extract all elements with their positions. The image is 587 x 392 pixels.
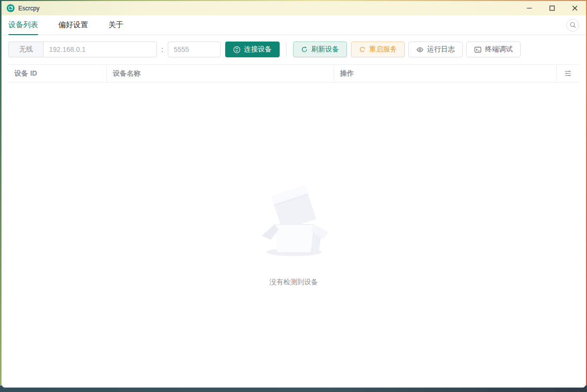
eye-icon <box>416 46 424 53</box>
close-icon <box>572 5 578 11</box>
refresh-devices-button[interactable]: 刷新设备 <box>293 42 347 57</box>
refresh-devices-label: 刷新设备 <box>311 45 339 54</box>
empty-box-illustration <box>254 184 334 263</box>
tab-device-list-label: 设备列表 <box>8 20 38 30</box>
escrcpy-window: Escrcpy 设备列表 偏好设置 关于 <box>1 1 586 388</box>
restart-icon <box>359 46 366 53</box>
wireless-label: 无线 <box>8 42 43 57</box>
run-log-button[interactable]: 运行日志 <box>408 42 463 57</box>
close-button[interactable] <box>563 1 586 15</box>
port-input[interactable] <box>168 42 221 57</box>
terminal-debug-label: 终端调试 <box>485 45 513 54</box>
titlebar: Escrcpy <box>1 1 586 15</box>
tab-preferences-label: 偏好设置 <box>58 20 88 30</box>
search-button[interactable] <box>566 19 579 32</box>
column-settings-cell <box>557 65 579 82</box>
column-header-device-id: 设备 ID <box>8 65 107 82</box>
maximize-button[interactable] <box>540 1 563 15</box>
sliders-icon <box>564 70 572 77</box>
tab-preferences[interactable]: 偏好设置 <box>58 15 88 35</box>
run-log-label: 运行日志 <box>427 45 455 54</box>
tab-device-list[interactable]: 设备列表 <box>8 15 38 35</box>
port-separator: : <box>161 45 163 53</box>
maximize-icon <box>549 5 555 11</box>
wireless-address-group: 无线 <box>8 42 157 57</box>
device-table-header: 设备 ID 设备名称 操作 <box>8 64 579 83</box>
connect-device-button[interactable]: 连接设备 <box>225 42 280 57</box>
tab-bar: 设备列表 偏好设置 关于 <box>1 15 586 35</box>
search-icon <box>570 22 576 28</box>
column-header-operations-label: 操作 <box>340 69 354 78</box>
tab-about-label: 关于 <box>108 20 123 30</box>
refresh-icon <box>301 46 308 53</box>
column-header-device-id-label: 设备 ID <box>14 69 37 78</box>
restart-service-button[interactable]: 重启服务 <box>351 42 405 57</box>
column-header-operations: 操作 <box>334 65 557 82</box>
empty-description: 没有检测到设备 <box>270 278 318 287</box>
column-header-device-name-label: 设备名称 <box>113 69 141 78</box>
minimize-button[interactable] <box>518 1 540 15</box>
minimize-icon <box>527 5 532 11</box>
connect-device-label: 连接设备 <box>244 45 272 54</box>
toolbar-divider <box>286 43 287 57</box>
window-controls <box>518 1 586 15</box>
terminal-debug-button[interactable]: 终端调试 <box>466 42 521 57</box>
column-settings-button[interactable] <box>564 70 572 77</box>
link-icon <box>233 46 241 53</box>
window-title: Escrcpy <box>18 5 40 12</box>
terminal-icon <box>474 46 482 53</box>
restart-service-label: 重启服务 <box>369 45 397 54</box>
connection-toolbar: 无线 : 连接设备 刷新设备 重启服务 <box>8 42 579 57</box>
device-table-body: 没有检测到设备 <box>1 83 586 388</box>
column-header-device-name: 设备名称 <box>107 65 334 82</box>
app-logo-icon <box>6 4 15 12</box>
host-input[interactable] <box>43 42 157 57</box>
tab-about[interactable]: 关于 <box>108 15 123 35</box>
